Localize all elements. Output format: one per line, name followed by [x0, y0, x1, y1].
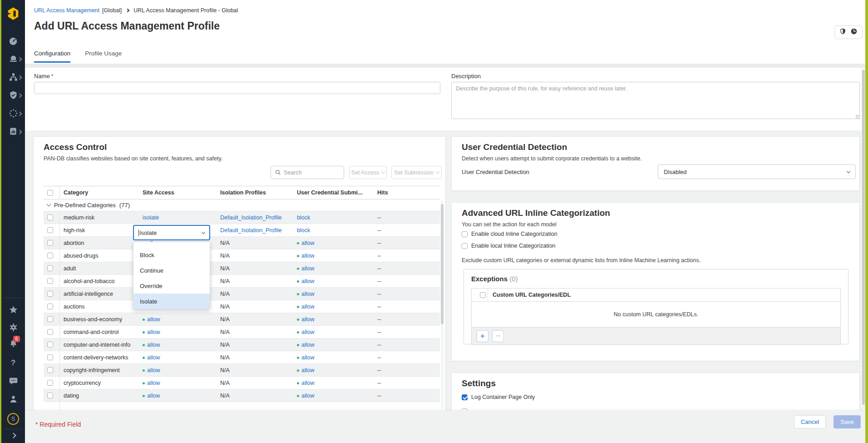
history-clock-icon[interactable] — [850, 28, 858, 37]
dropdown-option[interactable]: Block — [133, 247, 210, 263]
enable-local-inline-checkbox[interactable] — [462, 243, 468, 249]
select-all-checkbox[interactable] — [47, 190, 53, 196]
table-row[interactable]: datingallowN/Aallow-- — [44, 389, 440, 402]
set-access-dropdown[interactable]: Set Access — [349, 166, 387, 179]
search-input[interactable] — [284, 169, 344, 176]
hits-cell: -- — [374, 389, 440, 402]
table-row[interactable]: medium-riskisolateDefault_Isolation_Prof… — [44, 211, 440, 224]
remove-exception-button[interactable]: − — [492, 330, 504, 342]
add-exception-button[interactable]: + — [477, 330, 488, 342]
name-field[interactable] — [34, 82, 440, 94]
set-submission-dropdown[interactable]: Set Submission — [391, 166, 442, 179]
app-logo-icon[interactable] — [1, 6, 25, 21]
category-group-row[interactable]: Pre-Defined Categories(77) — [44, 199, 440, 211]
row-checkbox[interactable] — [47, 227, 53, 233]
user-credential-value[interactable]: allow — [297, 316, 315, 323]
row-checkbox[interactable] — [47, 354, 53, 360]
table-row[interactable]: auctionsallowN/Aallow-- — [44, 300, 440, 313]
dropdown-option[interactable]: Override — [133, 278, 210, 294]
row-checkbox[interactable] — [47, 342, 53, 348]
notifications-bell-icon[interactable]: 6 — [1, 339, 25, 348]
favorites-star-icon[interactable] — [1, 305, 25, 314]
table-row[interactable]: abused-drugsallowN/Aallow-- — [44, 249, 440, 262]
row-checkbox[interactable] — [47, 329, 53, 335]
user-credential-value[interactable]: block — [297, 227, 310, 234]
user-credential-value[interactable]: allow — [297, 393, 315, 399]
row-checkbox[interactable] — [47, 291, 53, 297]
table-row[interactable]: abortionallowN/Aallow-- — [44, 237, 440, 249]
user-credential-value[interactable]: allow — [297, 367, 315, 373]
user-credential-value[interactable]: allow — [297, 240, 315, 246]
save-button[interactable]: Save — [833, 415, 861, 428]
site-access-value[interactable]: allow — [143, 354, 160, 361]
site-access-value[interactable]: allow — [143, 329, 160, 335]
ucd-title: User Credential Detection — [462, 142, 567, 152]
avatar[interactable]: S — [1, 413, 25, 425]
row-checkbox[interactable] — [47, 367, 53, 373]
table-row[interactable]: high-riskDefault_Isolation_Profileblock-… — [44, 224, 440, 237]
user-credential-value[interactable]: block — [297, 214, 310, 221]
table-row[interactable]: command-and-controlallowN/Aallow-- — [44, 326, 440, 338]
tab-profile-usage[interactable]: Profile Usage — [85, 50, 122, 63]
table-row[interactable] — [44, 402, 440, 411]
exceptions-count: (0) — [509, 275, 518, 283]
dropdown-option[interactable]: Continue — [133, 263, 210, 278]
isolation-profile-value[interactable]: Default_Isolation_Profile — [220, 214, 282, 221]
site-access-combobox[interactable]: Isolate — [133, 225, 210, 240]
site-access-value[interactable]: allow — [143, 393, 160, 399]
user-credential-value[interactable]: allow — [297, 304, 315, 310]
sidebar-collapse-chevron-icon[interactable] — [1, 433, 25, 438]
user-credential-value[interactable]: allow — [297, 253, 315, 259]
user-credential-value[interactable]: allow — [297, 265, 315, 272]
user-icon[interactable] — [1, 394, 25, 404]
table-scrollbar-thumb[interactable] — [441, 204, 444, 324]
dropdown-option-clipped[interactable]: Allow — [133, 242, 210, 247]
user-credential-value[interactable]: allow — [297, 278, 315, 284]
site-access-value[interactable]: allow — [143, 380, 160, 386]
table-row[interactable]: computer-and-internet-infoallowN/Aallow-… — [44, 338, 440, 351]
shield-toggle-icon[interactable] — [839, 28, 846, 37]
site-access-value[interactable]: allow — [143, 367, 160, 373]
row-checkbox[interactable] — [47, 278, 53, 284]
description-field[interactable] — [451, 82, 860, 119]
row-checkbox[interactable] — [47, 380, 53, 386]
row-checkbox[interactable] — [47, 214, 53, 220]
table-row[interactable]: artificial-intelligenceallowN/Aallow-- — [44, 288, 440, 300]
isolation-profile-value[interactable]: Default_Isolation_Profile — [220, 227, 282, 234]
tab-configuration[interactable]: Configuration — [34, 50, 70, 63]
help-icon[interactable]: ? — [1, 358, 25, 368]
settings-gear-icon[interactable] — [1, 323, 25, 332]
table-row[interactable]: adultallowN/Aallow-- — [44, 262, 440, 275]
table-row[interactable]: business-and-economyallowN/Aallow-- — [44, 313, 440, 326]
table-row[interactable]: alcohol-and-tobaccoallowN/Aallow-- — [44, 275, 440, 288]
row-checkbox[interactable] — [47, 253, 53, 259]
table-row[interactable]: copyright-infringementallowN/Aallow-- — [44, 364, 440, 377]
cancel-button[interactable]: Cancel — [794, 415, 826, 428]
user-credential-value[interactable]: allow — [297, 291, 315, 297]
enable-cloud-inline-checkbox[interactable] — [462, 231, 468, 237]
table-row[interactable]: cryptocurrencyallowN/Aallow-- — [44, 377, 440, 389]
exceptions-select-all-checkbox[interactable] — [480, 292, 486, 298]
category-cell: computer-and-internet-info — [60, 338, 139, 351]
row-checkbox[interactable] — [47, 316, 53, 322]
site-access-value[interactable]: allow — [143, 342, 160, 348]
site-access-value[interactable]: allow — [143, 316, 160, 323]
site-access-value[interactable]: isolate — [143, 214, 159, 221]
row-checkbox[interactable] — [47, 393, 53, 398]
textarea-resize-handle[interactable] — [856, 115, 860, 119]
user-credential-value[interactable]: allow — [297, 329, 315, 335]
dashboard-icon[interactable] — [1, 36, 25, 46]
chat-icon[interactable] — [1, 376, 25, 386]
table-row[interactable]: content-delivery-networksallowN/Aallow-- — [44, 351, 440, 364]
user-credential-value[interactable]: allow — [297, 380, 315, 386]
user-credential-value[interactable]: allow — [297, 354, 315, 361]
row-checkbox[interactable] — [47, 265, 53, 271]
row-checkbox[interactable] — [47, 304, 53, 309]
user-credential-value[interactable]: allow — [297, 342, 315, 348]
row-checkbox[interactable] — [47, 240, 53, 246]
log-container-checkbox[interactable] — [462, 394, 468, 400]
dropdown-option[interactable]: Isolate — [133, 294, 210, 309]
breadcrumb-link[interactable]: URL Access Management — [34, 7, 99, 14]
ucd-select[interactable]: Disabled — [658, 164, 856, 179]
page-scrollbar-thumb[interactable] — [862, 70, 865, 405]
